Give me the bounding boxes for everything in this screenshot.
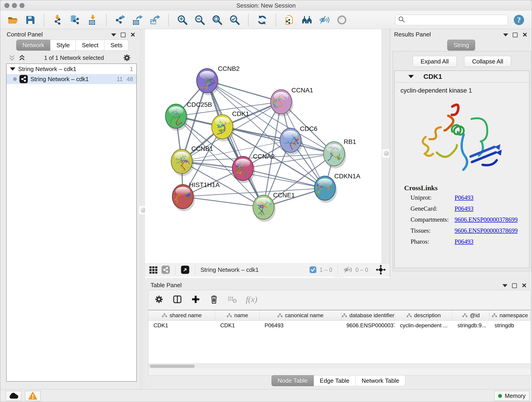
network-node-CDC25B[interactable] (165, 104, 186, 128)
show-columns-icon[interactable] (172, 294, 182, 304)
crosslink-label: Pharos: (411, 238, 455, 245)
selected-checkbox-icon[interactable] (310, 266, 317, 273)
results-panel-close-icon[interactable]: ✕ (522, 32, 527, 38)
table-gear-icon[interactable] (154, 294, 164, 304)
column-header-namespace[interactable]: namespace (489, 310, 530, 320)
column-header-database-identifier[interactable]: database identifier (341, 310, 395, 320)
node-count: 11 (117, 76, 123, 83)
panel-menu-icon[interactable] (111, 33, 116, 36)
tab-sets[interactable]: Sets (104, 40, 128, 51)
table-panel-menu-icon[interactable] (502, 284, 507, 287)
warning-button[interactable] (25, 391, 41, 401)
tab-network[interactable]: Network (16, 40, 51, 51)
show-all-button[interactable] (336, 14, 348, 26)
cloud-button[interactable] (6, 391, 21, 401)
protein-structure-image (414, 98, 510, 178)
crosslink-link[interactable]: P06493 (455, 205, 474, 212)
import-network-database-button[interactable] (70, 14, 81, 26)
gene-collapse-icon[interactable] (408, 75, 414, 78)
results-panel-menu-icon[interactable] (503, 33, 508, 36)
table-horizontal-scrollbar[interactable] (148, 364, 530, 369)
node-label-CDKN1A: CDKN1A (334, 172, 360, 180)
search-input[interactable] (407, 17, 505, 23)
tab-network-table[interactable]: Network Table (355, 375, 405, 386)
network-node-CCNA1[interactable] (268, 89, 292, 114)
tab-style[interactable]: Style (50, 40, 76, 51)
tab-edge-table[interactable]: Edge Table (314, 375, 356, 386)
delete-column-icon[interactable] (209, 294, 219, 304)
crosslink-link[interactable]: 9606.ENSP00000378699 (455, 216, 518, 223)
scrollbar-thumb[interactable] (150, 365, 195, 368)
crosslink-link[interactable]: P06493 (455, 238, 474, 245)
fit-content-crosshair-icon[interactable] (375, 264, 386, 275)
copy-network-button[interactable] (284, 14, 295, 26)
detach-view-icon[interactable] (181, 266, 189, 274)
results-panel-float-icon[interactable] (513, 32, 518, 37)
hidden-eye-icon[interactable] (343, 266, 352, 274)
network-label: String Network – cdk1 (31, 76, 89, 83)
gene-card-header[interactable]: CDK1 (394, 71, 529, 83)
zoom-out-button[interactable] (194, 14, 206, 26)
delete-table-icon[interactable] (228, 294, 237, 304)
memory-status-dot (498, 394, 502, 398)
grid-view-icon[interactable] (149, 265, 158, 274)
add-column-icon[interactable] (191, 294, 201, 304)
export-image-button[interactable] (149, 14, 161, 26)
network-options-gear-icon[interactable] (123, 53, 131, 62)
tab-node-table[interactable]: Node Table (272, 375, 314, 386)
export-network-button[interactable] (114, 14, 126, 26)
left-splitter[interactable] (140, 29, 146, 389)
zoom-in-button[interactable] (177, 14, 188, 26)
network-collection-row[interactable]: String Network – cdk1 1 (7, 64, 136, 74)
column-header-name[interactable]: name (215, 310, 260, 320)
right-splitter-grip[interactable] (382, 149, 391, 158)
import-network-button[interactable] (52, 14, 63, 26)
hide-selected-button[interactable] (319, 14, 330, 26)
column-header-at-id[interactable]: @id (452, 310, 490, 320)
collapse-all-button[interactable]: Collapse All (464, 56, 511, 67)
column-header-description[interactable]: description (395, 310, 452, 320)
network-node-RB1[interactable] (323, 142, 347, 169)
network-node-CDKN1A[interactable] (314, 176, 336, 200)
zoom-selected-button[interactable] (229, 14, 240, 26)
hidden-count: 0 – 0 (355, 267, 368, 273)
collection-expand-icon[interactable] (10, 67, 15, 70)
open-session-button[interactable] (7, 14, 19, 26)
table-body: CDK1CDK1P064939606.ENSP00000378699cyclin… (148, 321, 530, 330)
network-overview-icon[interactable] (162, 266, 170, 274)
memory-button[interactable]: Memory (494, 391, 530, 401)
panel-close-icon[interactable]: ✕ (130, 32, 135, 38)
expand-all-icon[interactable] (19, 54, 25, 61)
function-builder-icon[interactable]: f(x) (246, 294, 257, 304)
panel-float-icon[interactable] (121, 32, 126, 37)
tab-string[interactable]: String (447, 40, 475, 51)
crosslink-link[interactable]: 9606.ENSP00000378699 (455, 227, 518, 234)
table-row[interactable]: CDK1CDK1P064939606.ENSP00000378699cyclin… (148, 321, 530, 330)
help-button[interactable]: ? (513, 14, 525, 26)
tab-select[interactable]: Select (76, 40, 104, 51)
column-header-canonical-name[interactable]: canonical name (260, 310, 341, 320)
import-table-button[interactable] (87, 14, 98, 26)
table-panel-float-icon[interactable] (512, 283, 517, 288)
export-table-button[interactable] (132, 14, 143, 26)
column-header-shared-name[interactable]: shared name (148, 310, 215, 320)
column-label: @id (470, 312, 480, 319)
network-canvas[interactable]: CCNB2CCNA1CDC25BCDK1CDC6RB1CCNB1CCNA2CDK… (145, 29, 381, 263)
crosslink-label: Tissues: (411, 227, 455, 234)
column-label: shared name (170, 312, 202, 319)
save-session-button[interactable] (25, 14, 36, 26)
right-splitter[interactable] (381, 29, 390, 263)
results-panel: Results Panel ✕ String Expand All Collap… (390, 29, 532, 278)
first-neighbors-button[interactable] (301, 14, 313, 26)
crosslink-link[interactable]: P06493 (455, 194, 474, 201)
edge-count: 48 (127, 76, 133, 83)
network-selected-status: 1 of 1 Network selected (25, 55, 123, 61)
zoom-fit-button[interactable] (211, 14, 223, 26)
crosslink-label: Compartments: (411, 216, 455, 223)
table-cell: stringdb (489, 321, 530, 330)
network-row[interactable]: String Network – cdk1 11 48 (7, 74, 136, 84)
collapse-all-icon[interactable] (8, 54, 15, 61)
expand-all-button[interactable]: Expand All (413, 56, 457, 67)
apply-layout-button[interactable] (256, 14, 268, 26)
table-panel-close-icon[interactable]: ✕ (521, 283, 527, 289)
